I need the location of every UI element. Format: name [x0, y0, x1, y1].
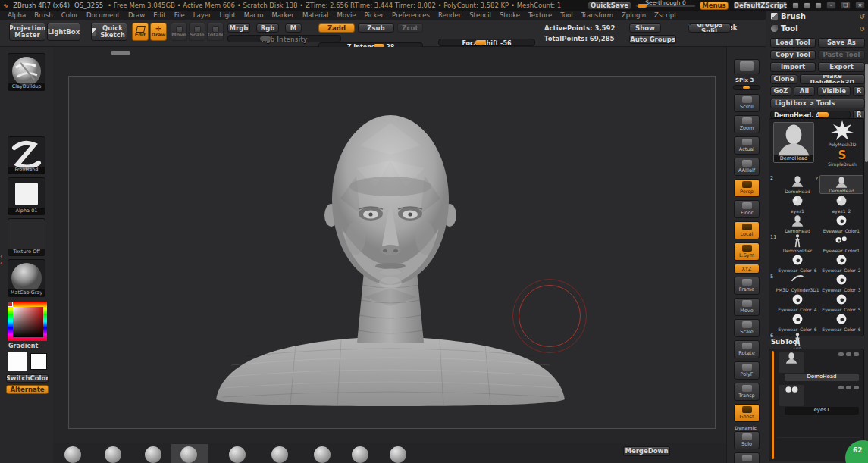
current-brush-thumbnail[interactable]: ClayBuildup [8, 53, 45, 91]
move-button[interactable]: Move [734, 298, 760, 316]
menu-item-picker[interactable]: Picker [365, 11, 384, 19]
aahalf-button[interactable]: AAHalf [734, 158, 760, 176]
transp-button[interactable]: Transp [734, 383, 760, 401]
minimize-button[interactable]: – [826, 2, 836, 9]
tray-thumbnail-4[interactable] [229, 446, 246, 463]
menu-item-document[interactable]: Document [86, 11, 120, 19]
all-button[interactable]: All [794, 86, 815, 96]
tool-item-eyewear_color_3[interactable]: Eyewear_Color_3 [819, 274, 863, 293]
menu-item-brush[interactable]: Brush [34, 11, 53, 19]
current-stroke-thumbnail[interactable]: FreeHand [8, 136, 45, 174]
tool-item-demohead[interactable]: DemoHead2 [819, 175, 863, 194]
tray-thumbnail-7[interactable] [352, 446, 368, 463]
mrgb-button[interactable]: Mrgb [227, 23, 250, 33]
current-material-thumbnail[interactable]: MatCap Gray [8, 259, 45, 297]
divider-collapse-icon[interactable]: ‹‹ [0, 253, 2, 267]
tool-item-eyewear_color_6[interactable]: Eyewear_Color_6 [819, 313, 863, 332]
demohead-model[interactable] [201, 115, 580, 407]
bpr-button[interactable] [734, 59, 760, 74]
menu-item-file[interactable]: File [174, 11, 185, 19]
tray-thumbnail-6[interactable] [314, 446, 331, 463]
move-button[interactable]: Move [171, 23, 187, 41]
focal-shift-slider[interactable]: Focal Shift -56 [438, 39, 535, 46]
switch-color-button[interactable]: SwitchColor [6, 374, 49, 383]
menu-item-alpha[interactable]: Alpha [8, 11, 26, 19]
zcut-button[interactable]: Zcut [397, 23, 423, 33]
menu-item-edit[interactable]: Edit [153, 11, 165, 19]
menu-item-draw[interactable]: Draw [128, 11, 145, 19]
tool-item-eyewear_color_4[interactable]: Eyewear_Color_4 [776, 293, 819, 312]
tool-item-eyes1[interactable]: eyes1 [776, 195, 819, 214]
secondary-color-swatch[interactable] [30, 353, 47, 370]
xyz-button[interactable]: XYZ [734, 264, 760, 274]
subtool-visibility-icons[interactable] [838, 386, 859, 389]
ghost-button[interactable]: Ghost [734, 404, 760, 422]
load-tool-button[interactable]: Load Tool [770, 38, 816, 48]
tool-item-demohead[interactable]: DemoHead2 [776, 175, 819, 194]
polymesh3d-tool[interactable]: PolyMesh3D [821, 120, 863, 146]
export-button[interactable]: Export [818, 62, 865, 72]
paste-tool-button[interactable]: Paste Tool [818, 50, 865, 60]
auto-groups-button[interactable]: Auto Groups [629, 35, 676, 44]
draw-button[interactable]: ✛ Draw [150, 23, 167, 41]
tool-item-demosoldier[interactable]: DemoSoldier11 [776, 234, 819, 253]
tray-thumbnail-8[interactable] [390, 446, 406, 463]
subtool-header[interactable]: SubTool [771, 338, 800, 346]
current-texture-thumbnail[interactable]: Texture Off [8, 218, 45, 256]
see-through-slider[interactable]: See-through 0 [636, 2, 695, 10]
visible-button[interactable]: Visible [817, 86, 851, 96]
default-zscript-button[interactable]: DefaultZScript [733, 2, 788, 10]
r-button[interactable]: R [853, 86, 865, 96]
brush-palette-header[interactable]: Brush ↺ [771, 12, 865, 20]
menu-item-light[interactable]: Light [220, 11, 236, 19]
tool-item-eyewear_color_2[interactable]: Eyewear_Color_2 [819, 254, 863, 273]
menu-item-material[interactable]: Material [302, 11, 329, 19]
quick-sketch-button[interactable]: Quick Sketch [91, 23, 127, 41]
xpose-button[interactable]: Xpose [734, 452, 760, 463]
gradient-label[interactable]: Gradient [8, 343, 38, 349]
subtool-item-eyes1[interactable]: eyes1 [777, 384, 860, 416]
close-button[interactable]: × [855, 2, 865, 9]
menu-item-zplugin[interactable]: Zplugin [622, 11, 646, 19]
copy-tool-button[interactable]: Copy Tool [770, 50, 816, 60]
local-button[interactable]: Local [734, 221, 760, 239]
menu-item-stencil[interactable]: Stencil [469, 11, 491, 19]
make-polymesh3d-button[interactable]: Make PolyMesh3D [800, 74, 865, 84]
menu-item-macro[interactable]: Macro [244, 11, 264, 19]
frame-button[interactable]: Frame [734, 277, 760, 295]
current-tool-thumbnail[interactable]: DemoHead [773, 122, 814, 163]
menu-item-zscript[interactable]: Zscript [654, 11, 677, 19]
tool-reset-icon[interactable]: ↺ [859, 25, 865, 33]
lsym-button[interactable]: L.Sym [734, 242, 760, 261]
main-color-swatch[interactable] [8, 352, 27, 371]
polyf-button[interactable]: PolyF [734, 361, 760, 380]
menu-item-tool[interactable]: Tool [560, 11, 573, 19]
subtool-item-demohead[interactable]: DemoHead [777, 351, 860, 383]
menu-item-texture[interactable]: Texture [528, 11, 552, 19]
clone-button[interactable]: Clone [770, 74, 797, 84]
zsub-button[interactable]: Zsub [358, 23, 394, 33]
rgb-button[interactable]: Rgb [256, 23, 279, 33]
menu-item-movie[interactable]: Movie [337, 11, 356, 19]
tray-thumbnail-5[interactable] [271, 446, 288, 463]
solo-button[interactable]: Solo [734, 431, 760, 449]
quicksave-button[interactable]: QuickSave [588, 2, 631, 10]
merge-down-button[interactable]: MergeDown [623, 446, 670, 456]
edit-button[interactable]: Edit [132, 23, 149, 41]
m-button[interactable]: M [285, 23, 302, 33]
menu-item-preferences[interactable]: Preferences [392, 11, 430, 19]
scroll-button[interactable]: Scroll [734, 94, 760, 112]
lightbox-tools-bar[interactable]: Lightbox > Tools [770, 99, 865, 108]
import-button[interactable]: Import [770, 62, 816, 72]
zoom-button[interactable]: Zoom [734, 115, 760, 133]
save-as-button[interactable]: Save As [818, 38, 865, 48]
tray-thumbnail-0[interactable] [64, 446, 81, 463]
simplebrush-tool[interactable]: S SimpleBrush [821, 149, 863, 172]
tray-thumbnail-1[interactable] [105, 446, 121, 463]
tool-palette-header[interactable]: Tool ↺ [771, 24, 865, 33]
tool-item-eyewear_color1[interactable]: Eyewear_Color1 [819, 214, 863, 233]
tray-thumbnail-3[interactable] [180, 446, 197, 463]
palette-icon[interactable] [804, 2, 810, 9]
menu-item-color[interactable]: Color [61, 11, 78, 19]
spix-slider[interactable] [733, 85, 760, 90]
